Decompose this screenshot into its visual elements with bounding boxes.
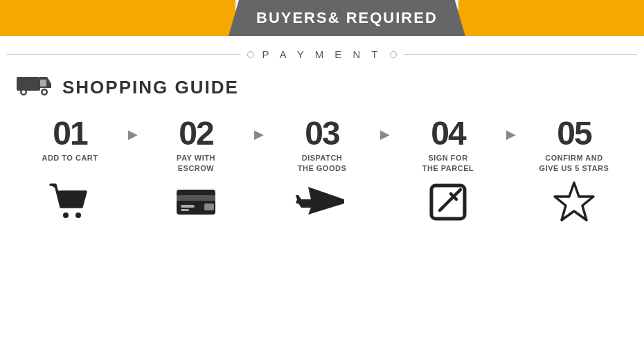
step-2-label: PAY WITHESCROW: [177, 153, 215, 174]
step-5-number: 05: [557, 117, 591, 150]
payment-circle-right: [390, 51, 397, 58]
truck-icon: [17, 73, 53, 102]
steps-section: 01 ADD TO CART ▶ 02 PAY WITHESCROW ▶ 03 …: [0, 105, 644, 224]
payment-circle-left: [247, 51, 254, 58]
star-icon: [552, 180, 596, 224]
step-1: 01 ADD TO CART: [15, 117, 125, 224]
payment-line-left: [7, 54, 240, 55]
shopping-guide-header: SHOPPING GUIDE: [0, 67, 644, 105]
step-1-label: ADD TO CART: [42, 153, 98, 174]
svg-rect-11: [181, 205, 195, 208]
cart-icon: [48, 179, 92, 224]
step-4-number: 04: [431, 117, 465, 150]
header-yellow-right: [458, 0, 644, 36]
step-3: 03 DISPATCHTHE GOODS: [267, 117, 377, 224]
svg-rect-6: [40, 80, 46, 87]
sign-icon: [426, 180, 470, 224]
payment-label: P A Y M E N T: [262, 48, 382, 60]
header-banner: BUYERS& REQUIRED: [0, 0, 644, 36]
step-4: 04 SIGN FORTHE PARCEL: [393, 117, 503, 224]
arrow-4: ▶: [503, 127, 519, 142]
svg-rect-10: [177, 195, 215, 201]
shopping-guide-title: SHOPPING GUIDE: [62, 77, 239, 98]
plane-icon: [294, 180, 350, 224]
step-3-label: DISPATCHTHE GOODS: [298, 153, 347, 174]
step-5-label: CONFIRM ANDGIVE US 5 STARS: [539, 153, 609, 174]
svg-marker-15: [555, 183, 593, 220]
svg-rect-0: [17, 77, 40, 91]
svg-rect-12: [181, 209, 189, 211]
header-title: BUYERS& REQUIRED: [256, 9, 438, 27]
step-1-number: 01: [53, 117, 87, 150]
payment-line-right: [404, 54, 637, 55]
arrow-1: ▶: [125, 127, 141, 142]
step-2-number: 02: [179, 117, 213, 150]
svg-point-8: [75, 212, 81, 218]
svg-rect-13: [204, 203, 214, 210]
header-gray-center: BUYERS& REQUIRED: [229, 0, 465, 36]
svg-point-3: [22, 91, 26, 94]
step-3-number: 03: [305, 117, 339, 150]
payment-section: P A Y M E N T: [0, 36, 644, 67]
card-icon: [174, 180, 218, 224]
svg-point-5: [43, 91, 46, 94]
svg-point-7: [63, 212, 69, 218]
step-2: 02 PAY WITHESCROW: [141, 117, 251, 224]
arrow-3: ▶: [377, 127, 393, 142]
arrow-2: ▶: [251, 127, 267, 142]
step-4-label: SIGN FORTHE PARCEL: [422, 153, 474, 174]
step-5: 05 CONFIRM ANDGIVE US 5 STARS: [519, 117, 629, 224]
header-yellow-left: [0, 0, 235, 36]
